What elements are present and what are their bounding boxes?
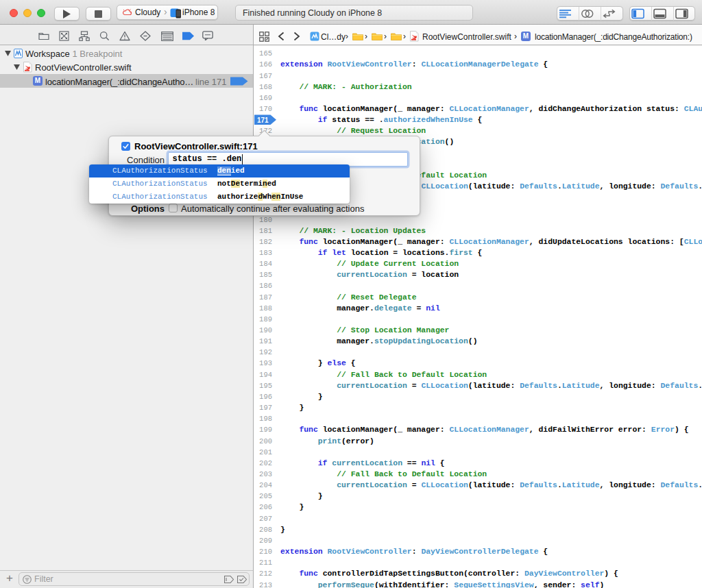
svg-text:171: 171 [257, 117, 269, 124]
